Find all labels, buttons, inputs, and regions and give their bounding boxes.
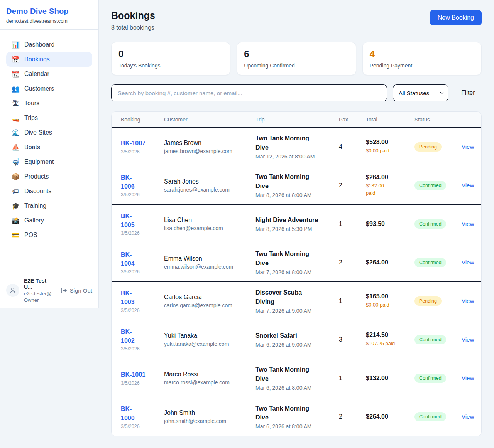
customer-name: Lisa Chen bbox=[164, 217, 251, 224]
sidebar-header: Demo Dive Shop demo.test.divestreams.com bbox=[0, 0, 98, 30]
sidebar-item-equipment[interactable]: 🤿 Equipment bbox=[6, 155, 92, 169]
stat-label: Upcoming Confirmed bbox=[244, 62, 349, 69]
booking-date: 3/5/2026 bbox=[121, 308, 159, 313]
table-row: BK-1007 3/5/2026 James Brown james.brown… bbox=[112, 128, 481, 166]
sidebar-item-training[interactable]: 🎓 Training bbox=[6, 199, 92, 213]
booking-id-link[interactable]: BK-1002 bbox=[121, 327, 139, 345]
view-link[interactable]: View bbox=[462, 221, 474, 227]
view-link[interactable]: View bbox=[462, 336, 474, 343]
total-amount: $264.00 bbox=[366, 259, 410, 266]
sidebar-item-calendar[interactable]: 📆 Calendar bbox=[6, 67, 92, 81]
tag-icon: 🏷 bbox=[12, 188, 19, 195]
sidebar-item-products[interactable]: 📦 Products bbox=[6, 169, 92, 184]
pax-count: 1 bbox=[339, 298, 366, 305]
pax-count: 4 bbox=[339, 143, 366, 150]
customer-name: Carlos Garcia bbox=[164, 294, 251, 301]
credit-card-icon: 💳 bbox=[12, 232, 19, 239]
view-link[interactable]: View bbox=[462, 413, 474, 420]
column-header-status: Status bbox=[414, 116, 462, 123]
booking-id-link[interactable]: BK-1007 bbox=[121, 139, 145, 148]
booking-id-link[interactable]: BK-1000 bbox=[121, 404, 139, 422]
sidebar-item-boats[interactable]: ⛵ Boats bbox=[6, 140, 92, 155]
view-link[interactable]: View bbox=[462, 182, 474, 189]
bar-chart-icon: 📊 bbox=[12, 42, 19, 48]
trip-datetime: Mar 12, 2026 at 8:00 AM bbox=[255, 153, 334, 160]
trip-datetime: Mar 7, 2026 at 8:00 AM bbox=[255, 269, 334, 275]
customer-email: john.smith@example.com bbox=[164, 418, 251, 424]
stat-card: 4Pending Payment bbox=[362, 42, 482, 75]
sidebar-item-dive-sites[interactable]: 🌊 Dive Sites bbox=[6, 125, 92, 140]
booking-date: 3/5/2026 bbox=[121, 424, 159, 429]
trip-datetime: Mar 6, 2026 at 8:00 AM bbox=[255, 385, 334, 391]
view-link[interactable]: View bbox=[462, 259, 474, 266]
sidebar-item-gallery[interactable]: 📸 Gallery bbox=[6, 213, 92, 228]
customer-name: James Brown bbox=[164, 140, 251, 147]
table-body: BK-1007 3/5/2026 James Brown james.brown… bbox=[112, 128, 481, 436]
column-header-booking: Booking bbox=[121, 116, 164, 123]
column-header-trip: Trip bbox=[255, 116, 339, 123]
main-content: Bookings 8 total bookings New Booking 0T… bbox=[99, 0, 494, 436]
sidebar-item-discounts[interactable]: 🏷 Discounts bbox=[6, 184, 92, 199]
filter-row: All Statuses Filter bbox=[111, 84, 482, 101]
trip-datetime: Mar 8, 2026 at 8:00 AM bbox=[255, 192, 334, 198]
page-header: Bookings 8 total bookings New Booking bbox=[111, 10, 482, 31]
status-badge: Confirmed bbox=[414, 335, 446, 344]
table-row: BK-1001 3/5/2026 Marco Rossi marco.rossi… bbox=[112, 359, 481, 397]
sign-out-button[interactable]: Sign Out bbox=[61, 287, 92, 294]
customer-name: John Smith bbox=[164, 409, 251, 416]
new-booking-button[interactable]: New Booking bbox=[430, 10, 482, 25]
status-filter-select[interactable]: All Statuses bbox=[393, 84, 448, 101]
diving-mask-icon: 🤿 bbox=[12, 159, 19, 165]
booking-id-link[interactable]: BK-1001 bbox=[121, 370, 145, 379]
table-header-row: BookingCustomerTripPaxTotalStatus bbox=[112, 112, 481, 128]
table-row: BK-1004 3/5/2026 Emma Wilson emma.wilson… bbox=[112, 243, 481, 282]
status-badge: Pending bbox=[414, 296, 442, 306]
booking-id-link[interactable]: BK-1005 bbox=[121, 212, 139, 229]
status-badge: Confirmed bbox=[414, 412, 446, 421]
booking-date: 3/5/2026 bbox=[121, 346, 159, 352]
sidebar-item-trips[interactable]: 🚤 Trips bbox=[6, 111, 92, 125]
status-badge: Confirmed bbox=[414, 374, 446, 383]
booking-date: 3/5/2026 bbox=[121, 192, 159, 197]
shop-title: Demo Dive Shop bbox=[6, 7, 92, 16]
booking-id-link[interactable]: BK-1003 bbox=[121, 289, 139, 307]
booking-id-link[interactable]: BK-1004 bbox=[121, 250, 139, 268]
sidebar-item-bookings[interactable]: 📅 Bookings bbox=[6, 52, 92, 67]
sidebar-item-tours[interactable]: 🏝 Tours bbox=[6, 96, 92, 111]
user-info: E2E Test U... e2e-tester@... Owner bbox=[24, 278, 56, 303]
table-row: BK-1002 3/5/2026 Yuki Tanaka yuki.tanaka… bbox=[112, 320, 481, 359]
trip-datetime: Mar 6, 2026 at 9:00 AM bbox=[255, 342, 334, 348]
bookings-table: BookingCustomerTripPaxTotalStatus BK-100… bbox=[111, 111, 482, 436]
graduation-cap-icon: 🎓 bbox=[12, 203, 19, 209]
trip-name: Night Dive Adventure bbox=[255, 216, 321, 224]
stat-value: 4 bbox=[370, 49, 474, 59]
total-amount: $93.50 bbox=[366, 221, 410, 227]
page-title: Bookings bbox=[111, 10, 155, 21]
sidebar: Demo Dive Shop demo.test.divestreams.com… bbox=[0, 0, 99, 308]
page-title-block: Bookings 8 total bookings bbox=[111, 10, 155, 31]
sidebar-item-pos[interactable]: 💳 POS bbox=[6, 228, 92, 243]
customer-email: lisa.chen@example.com bbox=[164, 225, 251, 231]
view-link[interactable]: View bbox=[462, 143, 474, 150]
booking-id-link[interactable]: BK-1006 bbox=[121, 173, 139, 191]
table-row: BK-1003 3/5/2026 Carlos Garcia carlos.ga… bbox=[112, 282, 481, 320]
booking-date: 3/5/2026 bbox=[121, 381, 159, 386]
sailboat-icon: ⛵ bbox=[12, 144, 19, 151]
view-link[interactable]: View bbox=[462, 298, 474, 304]
sidebar-item-customers[interactable]: 👥 Customers bbox=[6, 81, 92, 96]
table-row: BK-1000 3/5/2026 John Smith john.smith@e… bbox=[112, 397, 481, 436]
speedboat-icon: 🚤 bbox=[12, 115, 19, 121]
status-badge: Confirmed bbox=[414, 258, 446, 267]
search-input[interactable] bbox=[111, 84, 387, 101]
view-link[interactable]: View bbox=[462, 375, 474, 381]
column-header-total: Total bbox=[366, 116, 414, 123]
paid-amount: $107.25 paid bbox=[366, 340, 410, 347]
shop-domain: demo.test.divestreams.com bbox=[6, 18, 92, 24]
pax-count: 3 bbox=[339, 336, 366, 343]
trip-name: Two Tank Morning Dive bbox=[255, 172, 321, 190]
sidebar-item-dashboard[interactable]: 📊 Dashboard bbox=[6, 37, 92, 52]
sign-out-icon bbox=[61, 287, 67, 294]
booking-date: 3/5/2026 bbox=[121, 269, 159, 275]
column-header-customer: Customer bbox=[164, 116, 255, 123]
filter-button[interactable]: Filter bbox=[461, 89, 475, 96]
